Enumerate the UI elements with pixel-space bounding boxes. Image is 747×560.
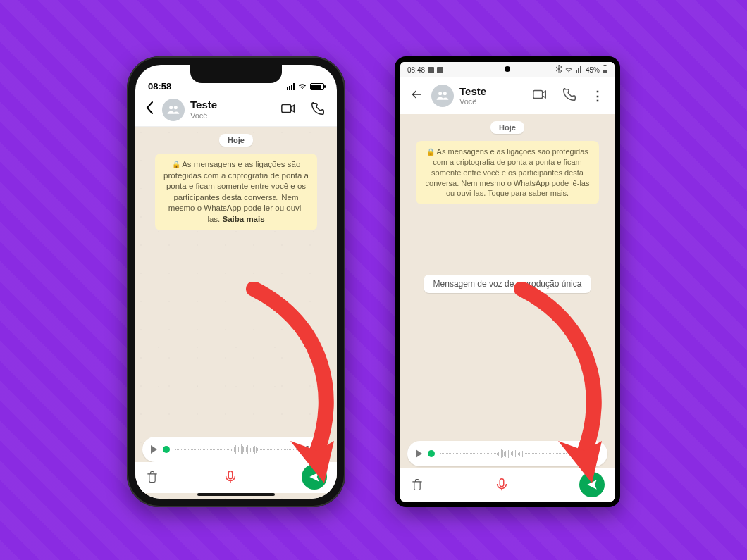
encryption-link[interactable]: Saiba mais: [223, 215, 265, 223]
encryption-notice[interactable]: 🔒 As mensagens e as ligações são protegi…: [155, 154, 317, 230]
back-button[interactable]: [142, 101, 156, 119]
voice-once-toast: Mensagem de voz de reprodução única: [424, 275, 592, 293]
home-indicator[interactable]: [197, 493, 275, 496]
android-status-time: 08:48: [407, 66, 425, 74]
delete-voice-button[interactable]: [145, 470, 159, 484]
encryption-text: As mensagens e as ligações são protegida…: [163, 160, 309, 223]
delete-voice-button[interactable]: [410, 478, 424, 492]
iphone-screen: 08:58 Teste Você: [135, 65, 337, 499]
voice-duration: 0:06: [305, 444, 321, 454]
chat-title[interactable]: Teste Você: [459, 86, 522, 106]
video-call-button[interactable]: [528, 87, 552, 105]
bluetooth-icon: [556, 65, 562, 75]
svg-rect-0: [282, 104, 291, 112]
back-button[interactable]: [407, 87, 426, 105]
encryption-notice[interactable]: 🔒 As mensagens e as ligações são protegi…: [416, 141, 599, 204]
group-avatar-icon[interactable]: [162, 99, 185, 121]
battery-icon: [310, 83, 324, 90]
voice-input-row: [400, 468, 615, 502]
voice-message-preview[interactable]: 0:06: [142, 437, 330, 462]
signal-bars-icon: [287, 83, 295, 90]
voice-call-button[interactable]: [306, 101, 330, 119]
ios-status-time: 08:58: [148, 81, 171, 92]
voice-input-row: [135, 462, 337, 493]
svg-rect-5: [533, 91, 543, 99]
iphone-notch: [190, 65, 282, 83]
send-button[interactable]: [579, 472, 605, 497]
svg-rect-1: [228, 471, 233, 479]
voice-duration: 0:02: [583, 449, 599, 459]
svg-rect-4: [603, 70, 607, 73]
play-icon[interactable]: [416, 449, 422, 458]
chat-header: Teste Você: [135, 93, 337, 127]
wifi-icon: [564, 66, 573, 74]
mic-icon[interactable]: [494, 477, 510, 492]
waveform: [440, 448, 577, 459]
voice-message-preview[interactable]: 0:02: [407, 441, 607, 466]
video-call-button[interactable]: [276, 101, 300, 119]
playback-position-dot[interactable]: [428, 450, 435, 457]
chat-header: Teste Você ⋮: [400, 77, 615, 114]
iphone-device-frame: 08:58 Teste Você: [127, 56, 345, 507]
lock-icon: 🔒: [172, 161, 180, 168]
mic-icon[interactable]: [223, 469, 238, 485]
lock-icon: 🔒: [426, 148, 435, 156]
svg-rect-6: [500, 479, 504, 487]
svg-rect-3: [604, 65, 606, 66]
notification-icon: [437, 67, 443, 73]
voice-call-button[interactable]: [557, 87, 581, 105]
battery-text: 45%: [586, 66, 600, 74]
encryption-text: As mensagens e as ligações são protegida…: [426, 147, 590, 197]
contact-subtitle: Você: [190, 111, 271, 120]
contact-subtitle: Você: [459, 97, 522, 106]
chat-body[interactable]: Hoje 🔒 As mensagens e as ligações são pr…: [400, 114, 615, 502]
contact-name: Teste: [190, 99, 271, 111]
android-screen: 08:48 45%: [400, 62, 615, 502]
notification-icon: [428, 67, 434, 73]
date-pill: Hoje: [490, 121, 524, 134]
wifi-icon: [297, 82, 307, 92]
signal-icon: [576, 66, 583, 74]
waveform: [175, 444, 300, 455]
date-pill: Hoje: [219, 134, 253, 147]
playback-position-dot[interactable]: [163, 446, 170, 453]
camera-hole: [505, 66, 510, 72]
battery-icon: [603, 65, 607, 75]
chat-body[interactable]: Hoje 🔒 As mensagens e as ligações são pr…: [135, 127, 337, 499]
contact-name: Teste: [459, 86, 522, 98]
play-icon[interactable]: [151, 445, 157, 454]
more-options-button[interactable]: ⋮: [587, 88, 607, 104]
android-device-frame: 08:48 45%: [395, 56, 620, 507]
send-button[interactable]: [302, 464, 327, 490]
group-avatar-icon[interactable]: [431, 85, 454, 107]
chat-title[interactable]: Teste Você: [190, 99, 271, 120]
